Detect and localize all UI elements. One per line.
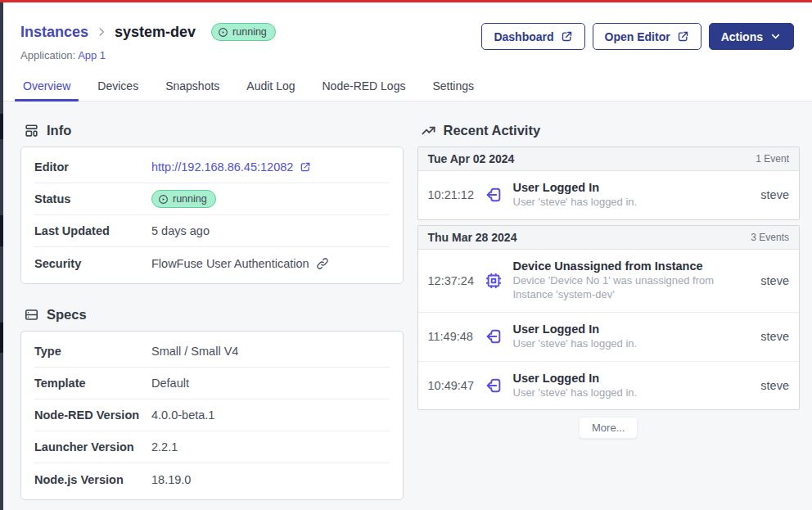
tab-audit-log[interactable]: Audit Log xyxy=(238,74,303,101)
user-login-icon xyxy=(485,327,506,345)
load-more-button[interactable]: More... xyxy=(579,417,638,439)
chevron-right-icon xyxy=(96,26,107,38)
specs-card: Type Small / Small V4 Template Default N… xyxy=(20,331,404,500)
instance-tabs: Overview Devices Snapshots Audit Log Nod… xyxy=(15,74,794,101)
open-editor-button-label: Open Editor xyxy=(605,30,670,43)
specs-label: Template xyxy=(34,377,151,390)
specs-value: Small / Small V4 xyxy=(151,345,238,358)
info-label: Security xyxy=(34,257,151,270)
info-label: Last Updated xyxy=(34,224,151,237)
editor-url-text: http://192.168.86.45:12082 xyxy=(151,160,293,174)
event-description: User 'steve' has logged in. xyxy=(513,386,746,400)
event-description: User 'steve' has logged in. xyxy=(513,337,746,351)
event-user: steve xyxy=(757,379,789,392)
tab-overview[interactable]: Overview xyxy=(15,74,79,101)
activity-event-row[interactable]: 11:49:48 User Logged In User 'steve' has… xyxy=(418,313,800,362)
event-user: steve xyxy=(757,330,789,343)
specs-row-launcher-version: Launcher Version 2.2.1 xyxy=(34,431,390,463)
specs-section-heading: Specs xyxy=(24,305,404,323)
dashboard-button[interactable]: Dashboard xyxy=(481,23,584,50)
recent-activity-title: Recent Activity xyxy=(444,123,541,138)
info-section-title: Info xyxy=(47,123,71,138)
event-description: Device 'Device No 1' was unassigned from… xyxy=(513,274,746,302)
application-label: Application: xyxy=(20,49,75,61)
instance-page: Instances system-dev running Application… xyxy=(3,2,812,510)
info-section-heading: Info xyxy=(24,121,404,139)
cpu-chip-icon xyxy=(485,272,506,290)
specs-value: 2.2.1 xyxy=(151,440,178,454)
specs-row-nodejs-version: Node.js Version 18.19.0 xyxy=(34,463,390,495)
link-icon[interactable] xyxy=(316,257,329,270)
security-value: FlowFuse User Authentication xyxy=(151,257,309,270)
external-link-icon xyxy=(300,161,311,173)
info-row-status: Status running xyxy=(34,183,390,215)
user-login-icon xyxy=(485,186,506,204)
user-login-icon xyxy=(485,377,506,395)
activity-group: Tue Apr 02 2024 1 Event 10:21:12 User Lo… xyxy=(417,147,801,220)
status-running-badge: running xyxy=(151,190,216,208)
specs-value: 18.19.0 xyxy=(151,473,191,486)
left-column: Info Editor http://192.168.86.45:12082 S… xyxy=(20,121,404,510)
tab-node-red-logs[interactable]: Node-RED Logs xyxy=(314,74,414,101)
tab-snapshots[interactable]: Snapshots xyxy=(157,74,228,101)
right-column: Recent Activity Tue Apr 02 2024 1 Event … xyxy=(417,121,801,510)
application-line: Application: App 1 xyxy=(20,49,794,64)
actions-dropdown-button[interactable]: Actions xyxy=(709,23,794,50)
activity-group: Thu Mar 28 2024 3 Events 12:37:24 Device… xyxy=(417,225,801,411)
server-icon xyxy=(24,307,39,323)
event-user: steve xyxy=(757,274,789,287)
event-title: User Logged In xyxy=(513,181,746,194)
specs-label: Type xyxy=(34,345,151,358)
info-label: Editor xyxy=(34,160,151,174)
specs-label: Node-RED Version xyxy=(34,408,151,422)
breadcrumb-instances-link[interactable]: Instances xyxy=(20,24,88,41)
play-circle-icon xyxy=(218,27,228,38)
info-card: Editor http://192.168.86.45:12082 Status… xyxy=(20,147,404,284)
specs-row-type: Type Small / Small V4 xyxy=(34,336,390,368)
header-actions: Dashboard Open Editor Actions xyxy=(481,23,794,50)
overview-content: Info Editor http://192.168.86.45:12082 S… xyxy=(3,102,812,510)
event-time: 12:37:24 xyxy=(428,274,477,287)
external-link-icon xyxy=(561,30,573,43)
trending-up-icon xyxy=(421,123,436,138)
editor-url-link[interactable]: http://192.168.86.45:12082 xyxy=(151,160,311,174)
activity-event-count: 3 Events xyxy=(751,232,789,243)
activity-event-row[interactable]: 10:49:47 User Logged In User 'steve' has… xyxy=(418,362,800,410)
activity-date-header: Tue Apr 02 2024 1 Event xyxy=(418,147,800,171)
application-link[interactable]: App 1 xyxy=(78,49,106,61)
event-title: Device Unassigned from Instance xyxy=(513,260,746,273)
status-badge-label: running xyxy=(173,193,207,205)
specs-row-node-red-version: Node-RED Version 4.0.0-beta.1 xyxy=(34,399,390,431)
activity-event-count: 1 Event xyxy=(756,153,789,165)
window-top-accent-bar xyxy=(0,0,812,2)
specs-section-title: Specs xyxy=(47,307,87,323)
external-link-icon xyxy=(677,30,689,43)
event-time: 10:49:47 xyxy=(428,379,477,392)
activity-date-header: Thu Mar 28 2024 3 Events xyxy=(418,226,800,250)
actions-button-label: Actions xyxy=(721,30,763,43)
event-description: User 'steve' has logged in. xyxy=(513,196,746,210)
activity-event-row[interactable]: 12:37:24 Device Unassigned from Instance… xyxy=(418,250,800,313)
play-circle-icon xyxy=(158,194,169,205)
specs-row-template: Template Default xyxy=(34,368,390,399)
info-row-last-updated: Last Updated 5 days ago xyxy=(34,215,390,247)
activity-event-row[interactable]: 10:21:12 User Logged In User 'steve' has… xyxy=(418,171,800,219)
event-time: 10:21:12 xyxy=(428,188,477,201)
info-row-security: Security FlowFuse User Authentication xyxy=(34,247,390,279)
page-header: Instances system-dev running Application… xyxy=(3,2,812,102)
event-title: User Logged In xyxy=(513,372,746,385)
status-badge-label: running xyxy=(232,26,267,38)
tab-settings[interactable]: Settings xyxy=(424,74,482,101)
open-editor-button[interactable]: Open Editor xyxy=(593,23,701,50)
collapsed-sidebar-sliver xyxy=(0,2,3,510)
dashboard-button-label: Dashboard xyxy=(494,30,553,43)
specs-value: 4.0.0-beta.1 xyxy=(151,408,214,422)
event-user: steve xyxy=(757,188,789,201)
instance-status-badge: running xyxy=(211,23,276,41)
specs-value: Default xyxy=(151,377,189,390)
specs-label: Launcher Version xyxy=(34,440,151,454)
activity-date: Tue Apr 02 2024 xyxy=(428,152,515,165)
chevron-down-icon xyxy=(769,30,782,43)
last-updated-value: 5 days ago xyxy=(151,224,210,237)
tab-devices[interactable]: Devices xyxy=(89,74,147,101)
